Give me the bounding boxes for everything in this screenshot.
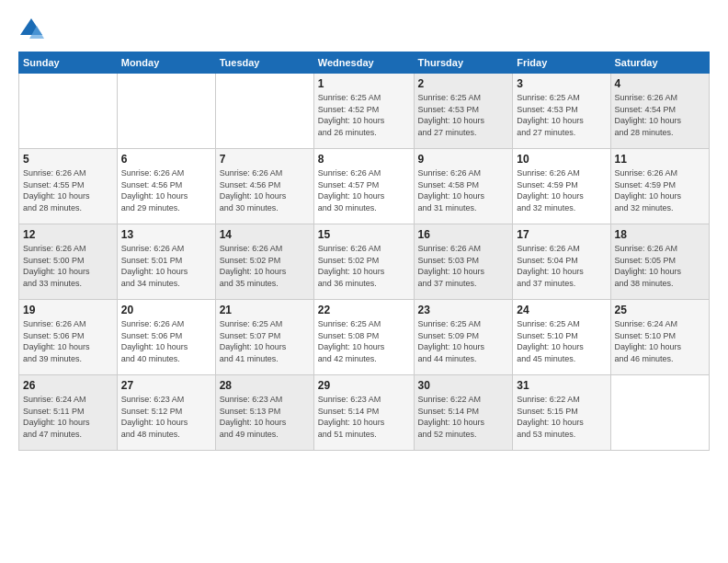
calendar-cell: 27Sunrise: 6:23 AM Sunset: 5:12 PM Dayli…	[117, 375, 215, 451]
day-number: 6	[121, 153, 211, 166]
calendar-cell: 24Sunrise: 6:25 AM Sunset: 5:10 PM Dayli…	[513, 300, 610, 375]
day-info: Sunrise: 6:26 AM Sunset: 5:00 PM Dayligh…	[23, 243, 113, 289]
weekday-header: Wednesday	[313, 52, 414, 74]
day-number: 9	[418, 153, 509, 166]
day-number: 12	[23, 228, 113, 241]
calendar-cell: 18Sunrise: 6:26 AM Sunset: 5:05 PM Dayli…	[610, 224, 709, 300]
calendar-cell: 7Sunrise: 6:26 AM Sunset: 4:56 PM Daylig…	[215, 149, 313, 224]
calendar-cell: 8Sunrise: 6:26 AM Sunset: 4:57 PM Daylig…	[313, 149, 414, 224]
day-info: Sunrise: 6:26 AM Sunset: 4:55 PM Dayligh…	[23, 167, 113, 213]
calendar-cell: 11Sunrise: 6:26 AM Sunset: 4:59 PM Dayli…	[610, 149, 709, 224]
calendar-cell: 3Sunrise: 6:25 AM Sunset: 4:53 PM Daylig…	[513, 74, 610, 149]
calendar-cell: 4Sunrise: 6:26 AM Sunset: 4:54 PM Daylig…	[610, 74, 709, 149]
day-info: Sunrise: 6:25 AM Sunset: 4:52 PM Dayligh…	[318, 92, 410, 138]
day-info: Sunrise: 6:26 AM Sunset: 4:58 PM Dayligh…	[418, 167, 509, 213]
calendar-cell: 16Sunrise: 6:26 AM Sunset: 5:03 PM Dayli…	[414, 224, 513, 300]
day-number: 4	[615, 77, 705, 90]
weekday-header: Thursday	[414, 52, 513, 74]
weekday-header: Saturday	[610, 52, 709, 74]
day-info: Sunrise: 6:26 AM Sunset: 4:56 PM Dayligh…	[220, 167, 310, 213]
calendar-week-row: 5Sunrise: 6:26 AM Sunset: 4:55 PM Daylig…	[19, 149, 710, 224]
calendar-week-row: 19Sunrise: 6:26 AM Sunset: 5:06 PM Dayli…	[19, 300, 710, 375]
day-info: Sunrise: 6:26 AM Sunset: 5:02 PM Dayligh…	[220, 243, 310, 289]
weekday-header: Friday	[513, 52, 610, 74]
day-info: Sunrise: 6:25 AM Sunset: 5:09 PM Dayligh…	[418, 318, 509, 364]
calendar-cell: 10Sunrise: 6:26 AM Sunset: 4:59 PM Dayli…	[513, 149, 610, 224]
weekday-header: Monday	[117, 52, 215, 74]
day-number: 10	[517, 153, 606, 166]
day-number: 8	[318, 153, 410, 166]
day-info: Sunrise: 6:23 AM Sunset: 5:13 PM Dayligh…	[220, 394, 310, 440]
day-info: Sunrise: 6:26 AM Sunset: 4:57 PM Dayligh…	[318, 167, 410, 213]
calendar-week-row: 12Sunrise: 6:26 AM Sunset: 5:00 PM Dayli…	[19, 224, 710, 300]
calendar-cell: 14Sunrise: 6:26 AM Sunset: 5:02 PM Dayli…	[215, 224, 313, 300]
calendar-cell: 6Sunrise: 6:26 AM Sunset: 4:56 PM Daylig…	[117, 149, 215, 224]
day-number: 22	[318, 304, 410, 316]
day-info: Sunrise: 6:25 AM Sunset: 4:53 PM Dayligh…	[517, 92, 606, 138]
calendar-page: SundayMondayTuesdayWednesdayThursdayFrid…	[0, 0, 728, 563]
calendar-cell	[215, 74, 313, 149]
day-info: Sunrise: 6:26 AM Sunset: 4:59 PM Dayligh…	[517, 167, 606, 213]
calendar-cell: 20Sunrise: 6:26 AM Sunset: 5:06 PM Dayli…	[117, 300, 215, 375]
day-number: 23	[418, 304, 509, 316]
day-info: Sunrise: 6:26 AM Sunset: 4:59 PM Dayligh…	[615, 167, 705, 213]
calendar-week-row: 1Sunrise: 6:25 AM Sunset: 4:52 PM Daylig…	[19, 74, 710, 149]
day-number: 2	[418, 77, 509, 90]
day-info: Sunrise: 6:26 AM Sunset: 5:06 PM Dayligh…	[23, 318, 113, 364]
day-info: Sunrise: 6:24 AM Sunset: 5:11 PM Dayligh…	[23, 394, 113, 440]
calendar-cell: 13Sunrise: 6:26 AM Sunset: 5:01 PM Dayli…	[117, 224, 215, 300]
day-info: Sunrise: 6:25 AM Sunset: 4:53 PM Dayligh…	[418, 92, 509, 138]
calendar-week-row: 26Sunrise: 6:24 AM Sunset: 5:11 PM Dayli…	[19, 375, 710, 451]
calendar-cell	[117, 74, 215, 149]
calendar-cell: 23Sunrise: 6:25 AM Sunset: 5:09 PM Dayli…	[414, 300, 513, 375]
calendar-cell: 2Sunrise: 6:25 AM Sunset: 4:53 PM Daylig…	[414, 74, 513, 149]
day-info: Sunrise: 6:25 AM Sunset: 5:08 PM Dayligh…	[318, 318, 410, 364]
calendar-cell: 15Sunrise: 6:26 AM Sunset: 5:02 PM Dayli…	[313, 224, 414, 300]
day-number: 30	[418, 379, 509, 392]
day-info: Sunrise: 6:26 AM Sunset: 5:04 PM Dayligh…	[517, 243, 606, 289]
day-info: Sunrise: 6:26 AM Sunset: 4:56 PM Dayligh…	[121, 167, 211, 213]
calendar-cell: 31Sunrise: 6:22 AM Sunset: 5:15 PM Dayli…	[513, 375, 610, 451]
calendar-cell	[19, 74, 118, 149]
calendar-cell: 22Sunrise: 6:25 AM Sunset: 5:08 PM Dayli…	[313, 300, 414, 375]
calendar-cell: 9Sunrise: 6:26 AM Sunset: 4:58 PM Daylig…	[414, 149, 513, 224]
day-number: 3	[517, 77, 606, 90]
day-info: Sunrise: 6:26 AM Sunset: 5:06 PM Dayligh…	[121, 318, 211, 364]
day-number: 26	[23, 379, 113, 392]
day-number: 16	[418, 228, 509, 241]
day-info: Sunrise: 6:26 AM Sunset: 4:54 PM Dayligh…	[615, 92, 705, 138]
calendar-cell: 5Sunrise: 6:26 AM Sunset: 4:55 PM Daylig…	[19, 149, 118, 224]
day-number: 25	[615, 304, 705, 316]
day-info: Sunrise: 6:25 AM Sunset: 5:10 PM Dayligh…	[517, 318, 606, 364]
calendar-cell: 30Sunrise: 6:22 AM Sunset: 5:14 PM Dayli…	[414, 375, 513, 451]
day-number: 15	[318, 228, 410, 241]
day-number: 11	[615, 153, 705, 166]
day-number: 1	[318, 77, 410, 90]
day-number: 20	[121, 304, 211, 316]
day-number: 13	[121, 228, 211, 241]
day-info: Sunrise: 6:22 AM Sunset: 5:15 PM Dayligh…	[517, 394, 606, 440]
day-number: 28	[220, 379, 310, 392]
calendar-cell: 25Sunrise: 6:24 AM Sunset: 5:10 PM Dayli…	[610, 300, 709, 375]
weekday-header: Sunday	[19, 52, 118, 74]
day-number: 18	[615, 228, 705, 241]
day-number: 21	[220, 304, 310, 316]
day-info: Sunrise: 6:23 AM Sunset: 5:12 PM Dayligh…	[121, 394, 211, 440]
day-info: Sunrise: 6:25 AM Sunset: 5:07 PM Dayligh…	[220, 318, 310, 364]
calendar-table: SundayMondayTuesdayWednesdayThursdayFrid…	[18, 52, 710, 451]
header	[18, 17, 710, 42]
day-number: 5	[23, 153, 113, 166]
calendar-cell: 28Sunrise: 6:23 AM Sunset: 5:13 PM Dayli…	[215, 375, 313, 451]
day-info: Sunrise: 6:24 AM Sunset: 5:10 PM Dayligh…	[615, 318, 705, 364]
day-number: 31	[517, 379, 606, 392]
day-number: 24	[517, 304, 606, 316]
day-number: 29	[318, 379, 410, 392]
day-number: 7	[220, 153, 310, 166]
logo-icon	[18, 17, 44, 42]
day-info: Sunrise: 6:23 AM Sunset: 5:14 PM Dayligh…	[318, 394, 410, 440]
calendar-cell: 29Sunrise: 6:23 AM Sunset: 5:14 PM Dayli…	[313, 375, 414, 451]
day-info: Sunrise: 6:26 AM Sunset: 5:05 PM Dayligh…	[615, 243, 705, 289]
day-info: Sunrise: 6:26 AM Sunset: 5:01 PM Dayligh…	[121, 243, 211, 289]
logo	[18, 17, 46, 42]
calendar-cell: 19Sunrise: 6:26 AM Sunset: 5:06 PM Dayli…	[19, 300, 118, 375]
